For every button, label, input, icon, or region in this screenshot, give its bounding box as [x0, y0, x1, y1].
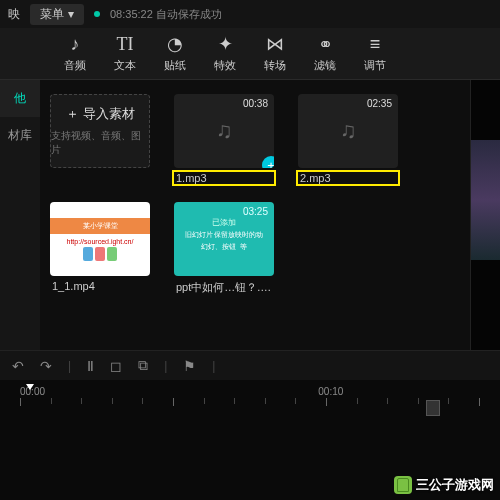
media-caption: 1_1.mp4 — [50, 280, 150, 292]
add-to-timeline-button[interactable]: + — [262, 156, 274, 168]
video-thumbnail: 某小学课堂 — [50, 218, 150, 234]
sidebar-tab-library[interactable]: 材库 — [0, 117, 40, 154]
media-item[interactable]: 已添加 03:25 旧幻灯片 保留放映时的动 幻灯、按钮 等 ppt中如何…钮？… — [174, 202, 274, 295]
preview-panel — [470, 80, 500, 350]
duration-label: 03:25 — [243, 206, 268, 217]
delete-left-icon[interactable]: ◻ — [110, 358, 122, 374]
tool-transition[interactable]: ⋈转场 — [250, 34, 300, 73]
plus-icon: ＋ — [66, 105, 79, 123]
status-dot-icon — [94, 11, 100, 17]
media-sidebar: 他 材库 — [0, 80, 40, 350]
preview-frame — [471, 140, 500, 260]
tool-audio[interactable]: ♪音频 — [50, 34, 100, 73]
duration-label: 02:35 — [367, 98, 392, 109]
tool-adjust[interactable]: ≡调节 — [350, 34, 400, 73]
separator: | — [164, 359, 167, 373]
clock-icon: ◔ — [167, 34, 183, 54]
tool-filter[interactable]: ⚭滤镜 — [300, 34, 350, 73]
sliders-icon: ≡ — [370, 34, 381, 54]
tool-media[interactable] — [0, 42, 50, 66]
tool-label: 转场 — [264, 58, 286, 73]
media-item[interactable]: 00:38 ♫ + 1.mp3 — [174, 94, 274, 184]
menu-button[interactable]: 菜单 ▾ — [30, 4, 84, 25]
category-toolbar: ♪音频 TI文本 ◔贴纸 ✦特效 ⋈转场 ⚭滤镜 ≡调节 — [0, 28, 500, 80]
import-card[interactable]: ＋导入素材 支持视频、音频、图片 — [50, 94, 150, 184]
import-subtitle: 支持视频、音频、图片 — [51, 129, 149, 157]
split-icon[interactable]: Ⅱ — [87, 358, 94, 374]
ruler-label: 00:10 — [318, 386, 343, 397]
import-title: 导入素材 — [83, 105, 135, 123]
media-caption: ppt中如何…钮？.mp4 — [174, 280, 274, 295]
watermark: 三公子游戏网 — [394, 476, 494, 494]
media-item[interactable]: 02:35 ♫ 2.mp3 — [298, 94, 398, 184]
star-icon: ✦ — [218, 34, 233, 54]
video-thumbnail: 旧幻灯片 保留放映时的动 — [185, 230, 264, 240]
tool-label: 特效 — [214, 58, 236, 73]
music-note-icon: ♫ — [216, 118, 233, 144]
autosave-status: 08:35:22 自动保存成功 — [110, 7, 222, 22]
timeline-toolbar: ↶ ↷ | Ⅱ ◻ ⧉ | ⚑ | — [0, 350, 500, 380]
crop-icon[interactable]: ⧉ — [138, 357, 148, 374]
added-tag: 已添加 — [212, 217, 236, 228]
sidebar-tab-local[interactable]: 他 — [0, 80, 40, 117]
ruler-ticks — [20, 398, 480, 406]
tool-label: 滤镜 — [314, 58, 336, 73]
undo-icon[interactable]: ↶ — [12, 358, 24, 374]
tool-text[interactable]: TI文本 — [100, 34, 150, 73]
music-note-icon: ♫ — [340, 118, 357, 144]
watermark-icon — [394, 476, 412, 494]
bowtie-icon: ⋈ — [266, 34, 284, 54]
app-title-fragment: 映 — [8, 6, 20, 23]
frame-marker[interactable] — [426, 400, 440, 416]
text-icon: TI — [117, 34, 134, 54]
tool-effect[interactable]: ✦特效 — [200, 34, 250, 73]
venn-icon: ⚭ — [318, 34, 333, 54]
separator: | — [212, 359, 215, 373]
timeline-ruler[interactable]: 00:00 00:10 — [0, 380, 500, 430]
media-item[interactable]: 某小学课堂 http://sourced.ight.cn/ 1_1.mp4 — [50, 202, 150, 295]
media-grid: ＋导入素材 支持视频、音频、图片 00:38 ♫ + 1.mp3 02:35 ♫… — [40, 80, 470, 350]
separator: | — [68, 359, 71, 373]
flag-icon[interactable]: ⚑ — [183, 358, 196, 374]
playhead-icon[interactable] — [24, 384, 34, 396]
tool-label: 音频 — [64, 58, 86, 73]
media-caption: 1.mp3 — [174, 172, 274, 184]
tool-label: 贴纸 — [164, 58, 186, 73]
duration-label: 00:38 — [243, 98, 268, 109]
audio-icon: ♪ — [71, 34, 80, 54]
tool-label: 文本 — [114, 58, 136, 73]
menu-label: 菜单 — [40, 6, 64, 23]
redo-icon[interactable]: ↷ — [40, 358, 52, 374]
tool-sticker[interactable]: ◔贴纸 — [150, 34, 200, 73]
chevron-down-icon: ▾ — [68, 7, 74, 21]
media-caption: 2.mp3 — [298, 172, 398, 184]
tool-label: 调节 — [364, 58, 386, 73]
